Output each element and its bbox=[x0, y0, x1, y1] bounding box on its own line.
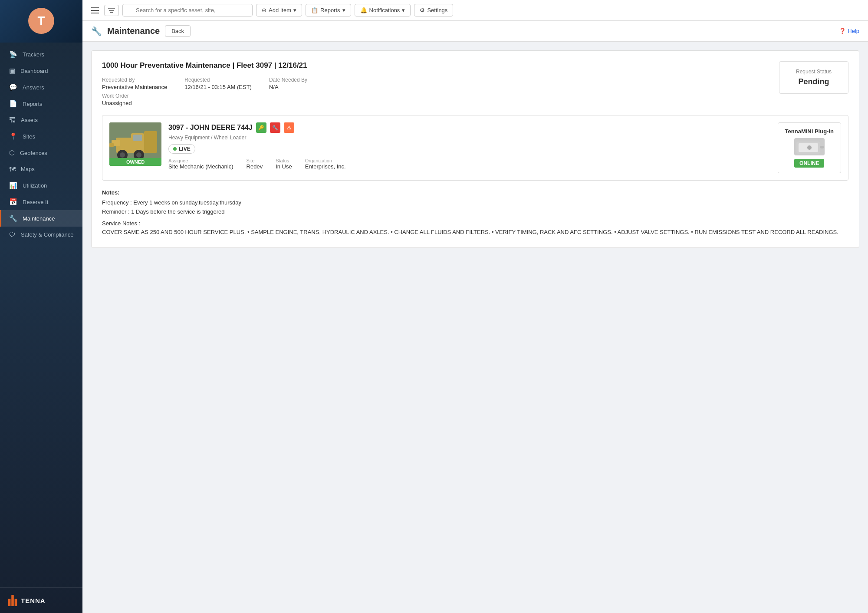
sidebar-item-trackers[interactable]: 📡 Trackers bbox=[0, 46, 82, 63]
add-item-label: Add Item bbox=[269, 7, 291, 13]
status-detail: Status In Use bbox=[276, 158, 292, 170]
sidebar-item-reports[interactable]: 📄 Reports bbox=[0, 96, 82, 112]
equipment-image: OWNED bbox=[109, 122, 161, 166]
sidebar-item-label: Utilization bbox=[23, 182, 47, 189]
notifications-button[interactable]: 🔔 Notifications ▾ bbox=[355, 4, 411, 16]
reports-button[interactable]: 📋 Reports ▾ bbox=[306, 4, 351, 16]
equipment-details: Assignee Site Mechanic (Mechanic) Site R… bbox=[168, 158, 771, 170]
tenna-logo-icon bbox=[8, 595, 17, 606]
sidebar-item-assets[interactable]: 🏗 Assets bbox=[0, 112, 82, 128]
notifications-label: Notifications bbox=[369, 7, 400, 13]
geofences-icon: ⬡ bbox=[9, 149, 15, 157]
reports-icon: 📄 bbox=[9, 100, 17, 108]
search-input[interactable] bbox=[122, 4, 253, 16]
settings-button[interactable]: ⚙ Settings bbox=[414, 4, 453, 16]
sidebar-item-label: Sites bbox=[23, 133, 35, 140]
sidebar-item-utilization[interactable]: 📊 Utilization bbox=[0, 177, 82, 194]
date-needed-label: Date Needed By bbox=[269, 77, 307, 83]
svg-rect-5 bbox=[91, 13, 99, 13]
sidebar: T 📡 Trackers ▣ Dashboard 💬 Answers 📄 Rep… bbox=[0, 0, 82, 613]
main-content: Request Status Pending 1000 Hour Prevent… bbox=[82, 42, 868, 613]
date-needed-value: N/A bbox=[269, 84, 307, 90]
main-wrap: 🔍 ⊕ Add Item ▾ 📋 Reports ▾ 🔔 Notificatio… bbox=[82, 0, 868, 613]
request-status-value: Pending bbox=[790, 77, 838, 86]
work-order-item: Work Order Unassigned bbox=[102, 93, 132, 106]
maps-icon: 🗺 bbox=[9, 165, 16, 173]
reports-label: Reports bbox=[320, 7, 340, 13]
equipment-name: 3097 - JOHN DEERE 744J 🔑 🔧 ⚠ bbox=[168, 122, 771, 133]
sites-icon: 📍 bbox=[9, 132, 17, 140]
reserve-icon: 📅 bbox=[9, 198, 17, 206]
assets-icon: 🏗 bbox=[9, 116, 16, 124]
svg-rect-3 bbox=[91, 7, 99, 8]
requested-by-item: Requested By Preventative Maintenance bbox=[102, 77, 167, 90]
wrench-icon: 🔧 bbox=[91, 26, 102, 36]
sidebar-item-safety[interactable]: 🛡 Safety & Compliance bbox=[0, 227, 82, 243]
sidebar-item-label: Answers bbox=[23, 84, 44, 91]
notifications-chevron: ▾ bbox=[402, 7, 405, 13]
key-icon[interactable]: 🔑 bbox=[256, 122, 266, 133]
requested-item: Requested 12/16/21 - 03:15 AM (EST) bbox=[184, 77, 252, 90]
sidebar-item-label: Maps bbox=[21, 166, 35, 172]
avatar: T bbox=[28, 8, 54, 34]
filter-button[interactable] bbox=[104, 5, 119, 16]
site-detail: Site Redev bbox=[247, 158, 263, 170]
assignee-value: Site Mechanic (Mechanic) bbox=[168, 163, 233, 170]
page-header: 🔧 Maintenance Back ❓ Help bbox=[82, 21, 868, 42]
service-notes: COVER SAME AS 250 AND 500 HOUR SERVICE P… bbox=[102, 228, 848, 237]
sidebar-item-reserve-it[interactable]: 📅 Reserve It bbox=[0, 194, 82, 210]
date-needed-item: Date Needed By N/A bbox=[269, 77, 307, 90]
owned-badge: OWNED bbox=[109, 158, 161, 166]
maintenance-title: 1000 Hour Preventative Maintenance | Fle… bbox=[102, 61, 848, 70]
meta-row-2: Work Order Unassigned bbox=[102, 93, 769, 106]
back-button[interactable]: Back bbox=[165, 25, 191, 37]
sidebar-item-sites[interactable]: 📍 Sites bbox=[0, 128, 82, 145]
page-title: Maintenance bbox=[107, 26, 160, 36]
organization-value: Enterprises, Inc. bbox=[305, 163, 346, 170]
tenna-logo-text: TENNA bbox=[21, 597, 46, 604]
add-item-chevron: ▾ bbox=[293, 7, 296, 13]
live-badge: LIVE bbox=[168, 144, 195, 154]
sidebar-item-maintenance[interactable]: 🔧 Maintenance bbox=[0, 210, 82, 227]
sidebar-item-geofences[interactable]: ⬡ Geofences bbox=[0, 145, 82, 161]
meta-row-1: Requested By Preventative Maintenance Re… bbox=[102, 77, 769, 90]
maintenance-card: Request Status Pending 1000 Hour Prevent… bbox=[91, 50, 859, 248]
site-value: Redev bbox=[247, 163, 263, 170]
sidebar-item-answers[interactable]: 💬 Answers bbox=[0, 79, 82, 96]
live-dot bbox=[173, 147, 177, 151]
requested-label: Requested bbox=[184, 77, 252, 83]
equipment-main: 3097 - JOHN DEERE 744J 🔑 🔧 ⚠ Heavy Equip… bbox=[168, 122, 771, 170]
tenna-mini-box: TennaMINI Plug-In ONLINE bbox=[778, 122, 841, 173]
tenna-mini-device bbox=[794, 138, 825, 155]
svg-rect-19 bbox=[133, 135, 142, 141]
topbar: 🔍 ⊕ Add Item ▾ 📋 Reports ▾ 🔔 Notificatio… bbox=[82, 0, 868, 21]
organization-detail: Organization Enterprises, Inc. bbox=[305, 158, 346, 170]
maintenance-icon: 🔧 bbox=[9, 214, 17, 222]
note-1: Frequency : Every 1 weeks on sunday,tues… bbox=[102, 198, 848, 208]
sidebar-item-label: Reports bbox=[23, 101, 43, 107]
answers-icon: 💬 bbox=[9, 83, 17, 91]
add-item-button[interactable]: ⊕ Add Item ▾ bbox=[256, 4, 302, 16]
hamburger-icon bbox=[91, 7, 99, 13]
request-status-label: Request Status bbox=[790, 69, 838, 75]
site-label: Site bbox=[247, 158, 263, 163]
search-wrap: 🔍 bbox=[122, 4, 253, 16]
svg-rect-22 bbox=[820, 146, 824, 148]
status-box: Request Status Pending bbox=[779, 61, 848, 94]
dashboard-icon: ▣ bbox=[9, 67, 15, 75]
reports-icon: 📋 bbox=[311, 7, 318, 13]
sidebar-item-label: Dashboard bbox=[20, 68, 48, 74]
notes-label: Notes: bbox=[102, 189, 848, 196]
service-notes-label: Service Notes : bbox=[102, 219, 848, 228]
wrench-action-icon[interactable]: 🔧 bbox=[270, 122, 280, 133]
menu-button[interactable] bbox=[89, 6, 101, 15]
help-link[interactable]: ❓ Help bbox=[839, 28, 859, 34]
sidebar-item-label: Reserve It bbox=[23, 199, 48, 205]
sidebar-item-maps[interactable]: 🗺 Maps bbox=[0, 161, 82, 177]
sidebar-item-dashboard[interactable]: ▣ Dashboard bbox=[0, 63, 82, 79]
svg-rect-15 bbox=[144, 131, 157, 153]
warning-icon[interactable]: ⚠ bbox=[284, 122, 294, 133]
utilization-icon: 📊 bbox=[9, 181, 17, 189]
work-order-label: Work Order bbox=[102, 93, 132, 99]
reports-chevron: ▾ bbox=[342, 7, 345, 13]
